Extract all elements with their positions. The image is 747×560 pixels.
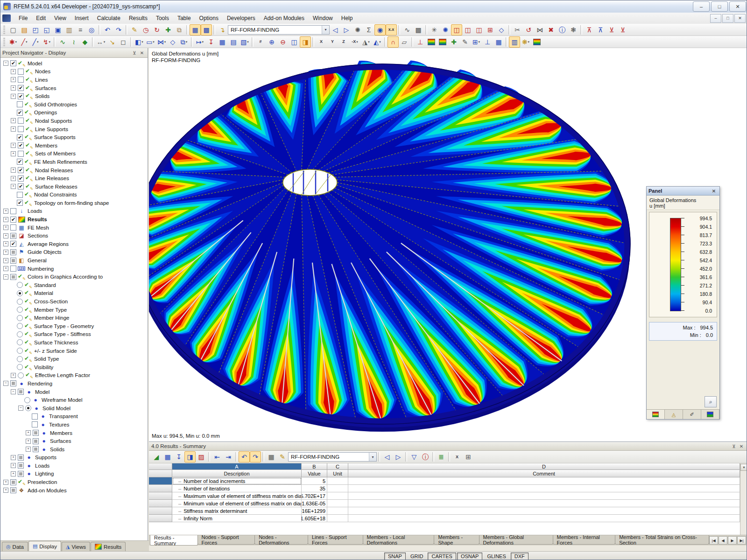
tree-item-fe-mesh-refinements[interactable]: ✔✔✎FE Mesh Refinements [0, 158, 148, 166]
row-header[interactable] [149, 507, 172, 515]
fe-mesh-display-button[interactable]: ▩ [413, 24, 424, 35]
export-table-button[interactable]: ◢ [151, 451, 162, 462]
edit-sketch-button[interactable]: ✎ [129, 24, 140, 35]
isometric-view-button[interactable]: ◫ [289, 36, 300, 48]
panel-tab-display-factors[interactable] [701, 410, 719, 419]
form-finding-button[interactable]: ∩ [388, 36, 399, 48]
tree-item-visibility[interactable]: ✔✎Visibility [0, 363, 148, 371]
undo-button[interactable]: ↶ [102, 24, 113, 35]
table-load-case-dropdown[interactable]: RF-FORM-FINDING▾ [288, 452, 377, 462]
unit-cell[interactable] [327, 492, 348, 500]
show-results-button[interactable]: ◉ [374, 24, 386, 35]
expander-icon[interactable]: + [3, 225, 8, 230]
tree-item-model[interactable]: −✔✔✎Model [0, 59, 148, 68]
move-left-button[interactable]: ⇤ [211, 451, 223, 462]
loads-display-button[interactable]: ✚ [448, 36, 459, 48]
insert-member-load-button[interactable]: ⊼ [595, 24, 606, 35]
table-tab-results-summary[interactable]: Results - Summary [150, 535, 198, 546]
comment-cell[interactable] [348, 515, 740, 522]
tree-item-textures[interactable]: ●Textures [0, 420, 148, 429]
pin-icon[interactable]: ⊻ [730, 443, 738, 450]
filter-results-button[interactable]: ▽ [409, 451, 420, 462]
menu-results[interactable]: Results [125, 14, 152, 23]
grid-settings-button[interactable]: ⊞ [485, 24, 496, 35]
expander-icon[interactable]: + [11, 151, 16, 156]
checkbox[interactable] [18, 455, 24, 461]
rotate-view-button[interactable]: ↻ [151, 24, 162, 35]
expander-icon[interactable]: + [3, 233, 8, 238]
checkbox[interactable] [18, 389, 24, 395]
menu-edit[interactable]: Edit [32, 14, 50, 23]
table-tab-nodes-support-forces[interactable]: Nodes - Support Forces [197, 535, 255, 545]
checkbox[interactable]: ✔ [17, 134, 23, 140]
insert-surface-load-button[interactable]: ⊻ [606, 24, 617, 35]
comment-cell[interactable] [348, 507, 740, 515]
pin-icon[interactable]: ⊻ [131, 49, 138, 56]
mdi-minimize-button[interactable]: – [710, 14, 721, 23]
menu-table[interactable]: Table [173, 14, 195, 23]
close-icon[interactable]: ✕ [710, 188, 718, 195]
table-row[interactable]: –Number of iterations35 [149, 485, 740, 492]
tree-item-results[interactable]: +✔Results [0, 215, 148, 224]
new-surface-corner-button[interactable]: ◆ [79, 36, 91, 48]
status-toggle-grid[interactable]: GRID [407, 553, 427, 560]
menu-add-on-modules[interactable]: Add-on Modules [260, 14, 309, 23]
tree-item-nodal-releases[interactable]: +✔✔✎Nodal Releases [0, 166, 148, 175]
work-plane-yz-button[interactable]: ◫ [462, 24, 473, 35]
checkbox[interactable] [18, 77, 24, 83]
tree-item-material[interactable]: ✔✎Material [0, 289, 148, 298]
expander-icon[interactable]: + [26, 430, 31, 435]
table-tab-members-local-deformations[interactable]: Members - Local Deformations [363, 535, 435, 545]
view-z-button[interactable]: Z [338, 36, 349, 48]
work-plane-xy-button[interactable]: ◫ [451, 24, 462, 35]
comment-cell[interactable] [348, 500, 740, 507]
menu-help[interactable]: Help [337, 14, 357, 23]
results-isobands-button[interactable] [426, 36, 437, 48]
expander-icon[interactable]: + [11, 118, 16, 123]
description-cell[interactable]: –Number of load increments [172, 477, 302, 485]
checkbox[interactable] [18, 151, 24, 157]
comment-cell[interactable] [348, 492, 740, 500]
tree-item-model[interactable]: −●Model [0, 388, 148, 396]
expander-icon[interactable]: + [11, 373, 16, 378]
tree-item-cross-section[interactable]: ✔✎Cross-Section [0, 297, 148, 306]
new-window-button[interactable]: ⧉ [174, 24, 185, 35]
dimension-button[interactable]: ↔▾ [95, 36, 106, 48]
edit-comment-button[interactable]: ✎ [277, 451, 288, 462]
column-header[interactable]: Description [172, 470, 302, 477]
tree-item-transparent[interactable]: ●Transparent [0, 413, 148, 421]
table-tab-members-total-strains-on-cross-section[interactable]: Members - Total Strains on Cross-Section [615, 535, 709, 545]
chevron-down-icon[interactable]: ▾ [369, 453, 376, 461]
checkbox[interactable]: ✔ [18, 142, 24, 148]
result-values-button[interactable]: Σ [363, 24, 374, 35]
tree-item-nodes[interactable]: +✔✎Nodes [0, 68, 148, 76]
new-polyline-button[interactable]: ↯▾ [41, 36, 52, 48]
tree-item-lighting[interactable]: +●Lighting [0, 470, 148, 478]
new-line-arc-button[interactable]: ╱▾ [30, 36, 41, 48]
tree-item-lines[interactable]: +✔✎Lines [0, 76, 148, 84]
column-letter[interactable]: C [327, 463, 348, 470]
tree-item-wireframe-model[interactable]: ●Wireframe Model [0, 396, 148, 404]
dimension-values-button[interactable]: ↘ [106, 36, 118, 48]
checkbox[interactable] [10, 380, 16, 386]
radio-button[interactable] [17, 364, 23, 370]
panel-tab-factors[interactable]: ◬ [665, 410, 683, 419]
expander-icon[interactable]: + [3, 209, 8, 214]
tree-item-member-hinge[interactable]: ✔✎Member Hinge [0, 314, 148, 322]
print-button[interactable]: ≡ [75, 24, 86, 35]
toolbar-grip[interactable] [3, 38, 5, 46]
chevron-down-icon[interactable]: ▾ [322, 26, 329, 34]
delete-objects-button[interactable]: ✖ [545, 24, 557, 35]
radio-button[interactable] [17, 323, 23, 329]
status-toggle-glines[interactable]: GLINES [483, 553, 509, 560]
work-plane-select-button[interactable]: ◇ [496, 24, 507, 35]
unit-cell[interactable] [327, 500, 348, 507]
checkbox[interactable]: ✔ [18, 167, 24, 173]
title-bar[interactable]: RFEM 5.24.01 x64 Developer - [20240719_s… [0, 0, 747, 13]
tree-item-members[interactable]: +✔✔✎Members [0, 141, 148, 150]
checkbox[interactable]: ✔ [18, 175, 24, 182]
sort-results-button[interactable]: ◨ [184, 451, 196, 462]
table-tab-members-internal-forces[interactable]: Members - Internal Forces [553, 535, 616, 545]
row-header[interactable] [149, 485, 172, 492]
checkbox[interactable] [33, 430, 39, 436]
